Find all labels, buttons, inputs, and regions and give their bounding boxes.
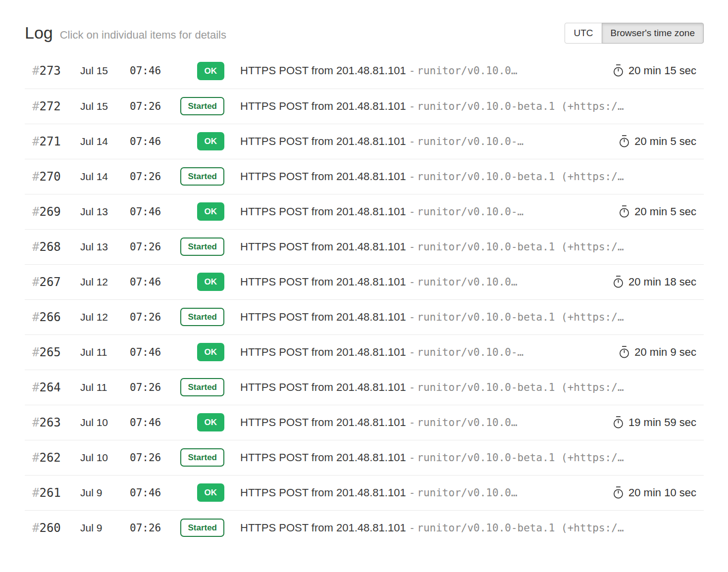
stopwatch-icon	[618, 345, 630, 359]
event-date: Jul 15	[80, 65, 130, 77]
event-user-agent: runitor/v0.10.0-…	[417, 206, 523, 218]
event-user-agent: runitor/v0.10.0…	[417, 417, 517, 429]
event-date: Jul 11	[80, 346, 130, 358]
event-date: Jul 14	[80, 171, 130, 183]
log-row[interactable]: #260 Jul 9 07:26 Started HTTPS POST from…	[25, 510, 704, 545]
event-number-value: 273	[39, 64, 60, 78]
event-number: #263	[32, 416, 80, 429]
log-row[interactable]: #269 Jul 13 07:46 OK HTTPS POST from 201…	[25, 194, 704, 229]
event-date: Jul 12	[80, 276, 130, 288]
event-user-agent: runitor/v0.10.0-beta.1 (+https:/…	[417, 452, 624, 464]
status-badge: Started	[180, 97, 224, 115]
status-badge: OK	[197, 202, 225, 221]
log-row[interactable]: #265 Jul 11 07:46 OK HTTPS POST from 201…	[25, 334, 704, 370]
browser-timezone-button[interactable]: Browser's time zone	[602, 23, 704, 44]
event-message-separator: -	[409, 381, 416, 393]
hash-sign: #	[32, 381, 39, 394]
log-table: #273 Jul 15 07:46 OK HTTPS POST from 201…	[25, 53, 704, 545]
event-message-separator: -	[409, 65, 416, 77]
hash-sign: #	[32, 416, 39, 429]
log-row[interactable]: #273 Jul 15 07:46 OK HTTPS POST from 201…	[25, 53, 704, 89]
status-badge-cell: OK	[179, 483, 224, 502]
log-header: Log Click on individual items for detail…	[25, 23, 704, 44]
stopwatch-icon	[612, 64, 624, 78]
hash-sign: #	[32, 275, 39, 289]
status-badge-cell: Started	[179, 97, 224, 115]
event-message: HTTPS POST from 201.48.81.101-runitor/v0…	[240, 451, 696, 464]
event-number: #269	[32, 205, 80, 219]
event-message: HTTPS POST from 201.48.81.101-runitor/v0…	[240, 100, 696, 113]
event-message-main: HTTPS POST from 201.48.81.101	[240, 486, 406, 499]
log-row[interactable]: #270 Jul 14 07:26 Started HTTPS POST fro…	[25, 159, 704, 194]
status-badge-cell: Started	[179, 238, 224, 256]
log-row[interactable]: #268 Jul 13 07:26 Started HTTPS POST fro…	[25, 229, 704, 264]
status-badge-cell: OK	[179, 413, 224, 431]
event-duration-text: 20 min 5 sec	[634, 135, 696, 148]
event-date: Jul 13	[80, 241, 130, 253]
event-message-separator: -	[409, 487, 416, 499]
event-duration-text: 20 min 10 sec	[628, 486, 696, 499]
event-time: 07:46	[130, 346, 179, 358]
event-message-separator: -	[409, 417, 416, 429]
event-user-agent: runitor/v0.10.0-beta.1 (+https:/…	[417, 311, 624, 323]
status-badge-cell: Started	[179, 448, 224, 467]
hash-sign: #	[32, 205, 39, 219]
event-message-main: HTTPS POST from 201.48.81.101	[240, 100, 406, 112]
event-number-value: 272	[39, 99, 60, 113]
status-badge: Started	[180, 378, 224, 396]
log-row[interactable]: #272 Jul 15 07:26 Started HTTPS POST fro…	[25, 89, 704, 124]
log-row[interactable]: #264 Jul 11 07:26 Started HTTPS POST fro…	[25, 370, 704, 405]
hash-sign: #	[32, 99, 39, 113]
status-badge-cell: OK	[179, 343, 224, 361]
event-message: HTTPS POST from 201.48.81.101-runitor/v0…	[240, 276, 605, 288]
event-duration-text: 20 min 15 sec	[628, 64, 696, 77]
status-badge: OK	[197, 273, 225, 291]
status-badge-cell: Started	[179, 378, 224, 396]
utc-button[interactable]: UTC	[565, 23, 602, 44]
event-user-agent: runitor/v0.10.0-beta.1 (+https:/…	[417, 381, 624, 393]
event-date: Jul 13	[80, 206, 130, 218]
stopwatch-icon	[618, 135, 630, 148]
event-number-value: 265	[39, 345, 60, 359]
status-badge-cell: Started	[179, 519, 224, 537]
event-number-value: 260	[39, 521, 60, 535]
event-message: HTTPS POST from 201.48.81.101-runitor/v0…	[240, 170, 696, 183]
event-user-agent: runitor/v0.10.0…	[417, 65, 517, 77]
event-duration: 20 min 18 sec	[612, 275, 696, 289]
hash-sign: #	[32, 486, 39, 500]
status-badge: Started	[180, 308, 224, 326]
event-message-separator: -	[409, 136, 416, 147]
event-message-separator: -	[409, 206, 416, 218]
status-badge: OK	[197, 343, 225, 361]
event-time: 07:26	[130, 522, 179, 534]
event-message-main: HTTPS POST from 201.48.81.101	[240, 135, 406, 147]
status-badge-cell: OK	[179, 273, 224, 291]
log-row[interactable]: #266 Jul 12 07:26 Started HTTPS POST fro…	[25, 299, 704, 334]
event-duration: 19 min 59 sec	[612, 416, 696, 429]
event-message: HTTPS POST from 201.48.81.101-runitor/v0…	[240, 64, 605, 77]
event-time: 07:46	[130, 487, 179, 499]
event-message-main: HTTPS POST from 201.48.81.101	[240, 416, 406, 429]
event-number: #260	[32, 521, 80, 535]
log-row[interactable]: #261 Jul 9 07:46 OK HTTPS POST from 201.…	[25, 475, 704, 510]
event-date: Jul 12	[80, 311, 130, 323]
page-title: Log	[25, 23, 53, 43]
event-message: HTTPS POST from 201.48.81.101-runitor/v0…	[240, 311, 696, 324]
log-row[interactable]: #263 Jul 10 07:46 OK HTTPS POST from 201…	[25, 405, 704, 440]
log-row[interactable]: #267 Jul 12 07:46 OK HTTPS POST from 201…	[25, 264, 704, 299]
event-message: HTTPS POST from 201.48.81.101-runitor/v0…	[240, 381, 696, 394]
hash-sign: #	[32, 135, 39, 148]
log-row[interactable]: #271 Jul 14 07:46 OK HTTPS POST from 201…	[25, 124, 704, 159]
event-number-value: 269	[39, 205, 60, 219]
event-message-separator: -	[409, 276, 416, 288]
stopwatch-icon	[612, 275, 624, 289]
event-duration: 20 min 9 sec	[618, 345, 696, 359]
event-date: Jul 14	[80, 136, 130, 147]
status-badge: Started	[180, 519, 224, 537]
status-badge-cell: OK	[179, 132, 224, 150]
event-time: 07:26	[130, 241, 179, 253]
log-row[interactable]: #262 Jul 10 07:26 Started HTTPS POST fro…	[25, 440, 704, 475]
event-time: 07:46	[130, 65, 179, 77]
title-wrap: Log Click on individual items for detail…	[25, 23, 226, 43]
event-message-separator: -	[409, 311, 416, 323]
